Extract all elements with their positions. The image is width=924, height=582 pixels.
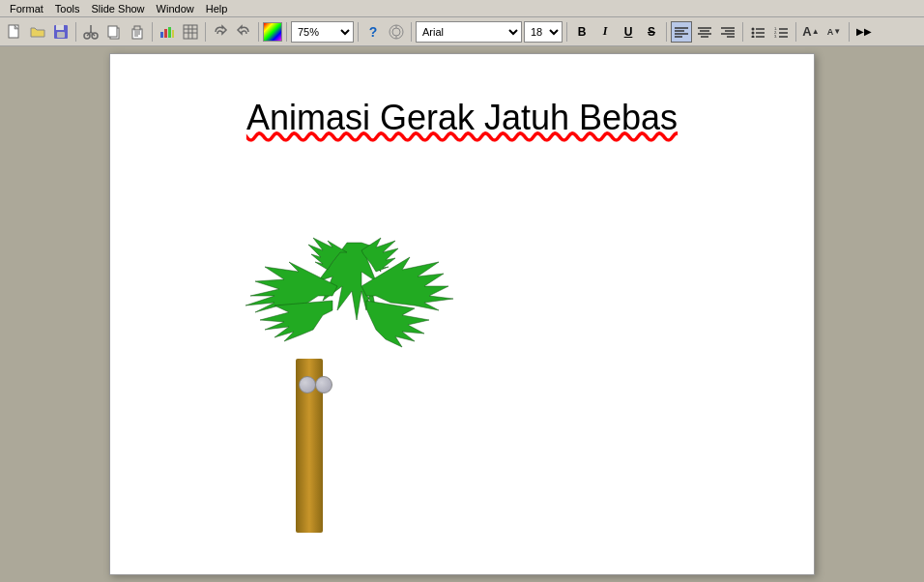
toolbar: 75% ? Arial 18 B I U S 1.2.3. A▲ A▼ <box>0 17 924 46</box>
align-left-button[interactable] <box>671 21 692 43</box>
svg-rect-0 <box>9 25 18 38</box>
coconut-2 <box>315 376 332 393</box>
svg-point-46 <box>752 35 755 38</box>
strikethrough-button[interactable]: S <box>641 21 662 43</box>
menu-bar: Format Tools Slide Show Window Help <box>0 0 924 17</box>
italic-button[interactable]: I <box>594 21 616 43</box>
menu-help[interactable]: Help <box>200 2 234 15</box>
main-area: Animasi Gerak Jatuh Bebas <box>0 46 924 582</box>
align-right-button[interactable] <box>717 21 738 43</box>
save-button[interactable] <box>50 21 72 43</box>
svg-rect-20 <box>172 30 174 38</box>
zoom-select[interactable]: 75% <box>291 21 354 43</box>
copy-button[interactable] <box>103 21 125 43</box>
decrease-font-button[interactable]: A▼ <box>823 21 845 43</box>
separator-4 <box>258 22 259 42</box>
svg-rect-21 <box>184 25 197 39</box>
separator-6 <box>358 22 359 42</box>
coconut-1 <box>299 376 316 393</box>
separator-8 <box>566 22 567 42</box>
font-select[interactable]: Arial <box>416 21 522 43</box>
increase-font-button[interactable]: A▲ <box>800 21 822 43</box>
svg-rect-18 <box>164 29 167 38</box>
menu-format[interactable]: Format <box>4 2 49 15</box>
svg-rect-13 <box>134 26 140 30</box>
slide-title[interactable]: Animasi Gerak Jatuh Bebas <box>110 98 814 138</box>
menu-slideshow[interactable]: Slide Show <box>86 2 151 15</box>
redo-button[interactable] <box>233 21 254 43</box>
svg-rect-11 <box>108 26 117 37</box>
menu-tools[interactable]: Tools <box>49 2 86 15</box>
new-button[interactable] <box>4 21 25 43</box>
svg-text:3.: 3. <box>774 34 777 38</box>
paste-button[interactable] <box>127 21 148 43</box>
separator-11 <box>795 22 796 42</box>
menu-window[interactable]: Window <box>151 2 200 15</box>
separator-1 <box>75 22 76 42</box>
svg-marker-58 <box>366 301 429 347</box>
numbering-button[interactable]: 1.2.3. <box>770 21 792 43</box>
separator-9 <box>666 22 667 42</box>
svg-rect-4 <box>57 32 65 38</box>
svg-rect-17 <box>160 32 163 38</box>
bullets-button[interactable] <box>747 21 768 43</box>
help-button[interactable]: ? <box>362 21 384 43</box>
svg-rect-19 <box>168 27 171 38</box>
separator-12 <box>849 22 850 42</box>
slide[interactable]: Animasi Gerak Jatuh Bebas <box>109 53 815 575</box>
svg-rect-3 <box>56 25 64 30</box>
color-button[interactable] <box>263 22 282 42</box>
separator-2 <box>152 22 153 42</box>
extra-button[interactable]: ▶▶ <box>853 21 875 43</box>
separator-10 <box>742 22 743 42</box>
open-button[interactable] <box>27 21 48 43</box>
cut-button[interactable] <box>80 21 101 43</box>
separator-7 <box>411 22 412 42</box>
undo-button[interactable] <box>210 21 231 43</box>
separator-3 <box>205 22 206 42</box>
bold-button[interactable]: B <box>571 21 592 43</box>
table-button[interactable] <box>180 21 201 43</box>
svg-point-27 <box>392 28 400 36</box>
separator-5 <box>286 22 287 42</box>
svg-point-44 <box>752 31 755 34</box>
palm-fronds-svg <box>236 233 477 397</box>
chart-button[interactable] <box>157 21 178 43</box>
font-size-select[interactable]: 18 <box>524 21 563 43</box>
svg-point-42 <box>752 27 755 30</box>
underline-button[interactable]: U <box>618 21 639 43</box>
navigator-button[interactable] <box>386 21 407 43</box>
align-center-button[interactable] <box>694 21 715 43</box>
